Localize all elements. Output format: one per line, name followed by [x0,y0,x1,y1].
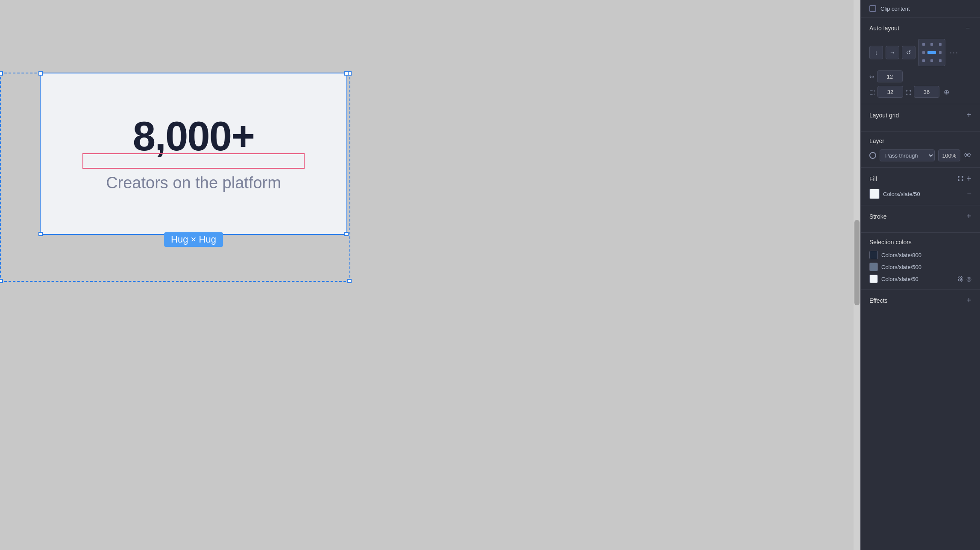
clip-content-row: Clip content [861,0,980,18]
visibility-toggle-btn[interactable]: 👁 [964,151,971,160]
align-dot-4 [922,51,925,54]
card-handle-bl[interactable] [38,232,43,236]
padding-horiz-icon: ⬚ [869,88,875,95]
opacity-input[interactable]: 100% [938,149,960,161]
effects-add-btn[interactable]: + [966,295,971,305]
hug-label: Hug × Hug [164,232,223,247]
align-dot-6 [939,51,942,54]
sel-color-row-1: Colors/slate/500 [869,263,971,271]
sel-swatch-1[interactable] [869,263,878,271]
clip-content-label: Clip content [880,6,910,12]
padding-more-btn[interactable]: ⊕ [942,87,951,97]
canvas-background: 8,000+ Creators on the platform Hug × Hu… [0,0,860,550]
stat-label: Creators on the platform [106,174,281,192]
auto-layout-minus-btn[interactable]: − [964,23,971,33]
layout-grid-add-btn[interactable]: + [966,110,971,120]
align-dot-7 [922,59,925,62]
layout-grid-section: Layout grid + [861,104,980,132]
spacing-icon: ⇔ [869,73,874,80]
selection-colors-header: Selection colors [869,239,971,246]
stroke-add-btn[interactable]: + [966,211,971,221]
stroke-title: Stroke [869,213,886,220]
fill-row: Colors/slate/50 − [869,189,971,199]
align-dot-1 [922,43,925,46]
card-handle-tr[interactable] [344,71,349,76]
layout-grid-header: Layout grid + [869,110,971,120]
layout-grid-title: Layout grid [869,112,899,119]
align-dot-3 [939,43,942,46]
padding-vertical-input[interactable]: 36 [914,86,939,98]
auto-layout-title: Auto layout [869,25,899,32]
sel-label-1: Colors/slate/500 [881,264,971,270]
sel-swatch-0[interactable] [869,251,878,259]
direction-wrap-btn[interactable]: ↺ [902,46,915,59]
fill-title: Fill [869,176,877,182]
direction-right-btn[interactable]: → [886,46,899,59]
fill-color-swatch[interactable] [869,189,880,199]
padding-horizontal-input[interactable]: 32 [877,86,903,98]
effects-header: Effects + [869,295,971,305]
main-card-frame[interactable]: 8,000+ Creators on the platform Hug × Hu… [40,73,347,235]
fill-add-btn[interactable]: + [966,174,971,184]
card-handle-tl[interactable] [38,71,43,76]
card-handle-br[interactable] [344,232,349,236]
layer-row: Pass through 100% 👁 [869,149,971,161]
scrollbar-thumb[interactable] [854,220,860,305]
scrollbar-track[interactable] [854,0,860,550]
spacing-row: ⇔ 12 [869,70,971,82]
padding-vert-icon: ⬚ [906,88,911,95]
sel-color-row-2: Colors/slate/50 ⛓ ◎ [869,275,971,283]
sel-label-0: Colors/slate/800 [881,252,971,258]
effects-section: Effects + [861,290,980,316]
canvas-area: 8,000+ Creators on the platform Hug × Hu… [0,0,860,550]
fill-section: Fill + Colors/slate/50 − [861,168,980,205]
stroke-section: Stroke + [861,205,980,233]
resize-handle-bl[interactable] [0,279,3,283]
align-dot-8 [930,59,933,62]
spacing-input[interactable]: 12 [877,70,903,82]
direction-controls: ↓ → ↺ ··· [869,39,971,66]
link-icon[interactable]: ⛓ [957,275,963,282]
sel-swatch-2[interactable] [869,275,878,283]
align-grid [918,39,945,66]
card-content: 8,000+ Creators on the platform [82,116,305,192]
sel-color-row-0: Colors/slate/800 [869,251,971,259]
sel-label-2: Colors/slate/50 [881,276,954,282]
clip-content-checkbox[interactable] [869,5,876,12]
align-dot-2 [930,43,933,46]
align-dot-9 [939,59,942,62]
auto-layout-section: Auto layout − ↓ → ↺ [861,18,980,104]
fill-header: Fill + [869,174,971,184]
resize-handle-tl[interactable] [0,71,3,76]
fill-color-label: Colors/slate/50 [883,191,963,197]
target-icon[interactable]: ◎ [966,275,971,282]
layer-section: Layer Pass through 100% 👁 [861,132,980,168]
stat-number: 8,000+ [133,116,254,157]
resize-handle-br[interactable] [347,279,352,283]
pink-underline-box [82,153,305,169]
selection-colors-section: Selection colors Colors/slate/800 Colors… [861,233,980,290]
blend-mode-select[interactable]: Pass through [880,149,935,161]
fill-remove-btn[interactable]: − [967,190,971,199]
auto-layout-more-btn[interactable]: ··· [948,47,960,58]
layer-title: Layer [869,138,884,144]
align-center-bar [927,51,936,54]
right-panel: Clip content Auto layout − ↓ → ↺ [860,0,980,550]
effects-title: Effects [869,297,888,304]
fill-dots-icon [958,176,964,182]
layer-header: Layer [869,138,971,144]
selection-colors-title: Selection colors [869,239,912,246]
direction-down-btn[interactable]: ↓ [869,46,883,59]
padding-row: ⬚ 32 ⬚ 36 ⊕ [869,86,971,98]
auto-layout-header: Auto layout − [869,23,971,33]
blend-mode-icon [869,152,876,159]
stroke-header: Stroke + [869,211,971,221]
